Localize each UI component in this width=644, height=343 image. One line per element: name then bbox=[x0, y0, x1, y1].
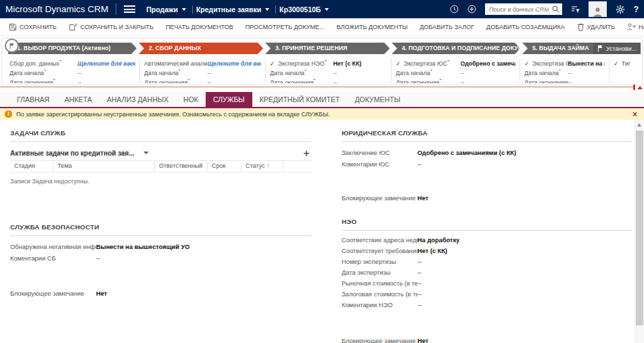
field-value[interactable]: Нет bbox=[417, 338, 428, 343]
save-and-close-button[interactable]: СОХРАНИТЬ И ЗАКРЫТЬ bbox=[63, 18, 160, 36]
add-task-button[interactable]: + bbox=[303, 147, 311, 159]
view-documents-button[interactable]: ПРОСМОТРЕТЬ ДОКУМЕ... bbox=[239, 18, 331, 36]
advanced-find-icon[interactable] bbox=[571, 5, 580, 14]
field-value[interactable]: -- bbox=[96, 255, 100, 262]
help-button[interactable]: ? bbox=[634, 5, 639, 14]
breadcrumb-record[interactable]: Кр3000510Б bbox=[279, 5, 321, 14]
security-section-title: СЛУЖБА БЕЗОПАСНОСТИ bbox=[10, 223, 311, 236]
field-value[interactable]: -- bbox=[417, 161, 421, 168]
stage-fields-col-1: Сбор доп. данных*Щелкните для вводаДата … bbox=[8, 58, 139, 83]
search-icon[interactable] bbox=[552, 5, 559, 13]
field-value[interactable]: -- bbox=[417, 258, 421, 265]
breadcrumb-area[interactable]: Продажи bbox=[146, 5, 178, 14]
field-value[interactable]: -- bbox=[417, 269, 421, 276]
stage-field-label: Дата окончания* bbox=[144, 79, 207, 83]
user-avatar[interactable] bbox=[589, 1, 607, 17]
field-value[interactable]: -- bbox=[417, 302, 421, 308]
stage-field-row: Дата окончания*-- bbox=[524, 78, 605, 83]
grid-column-1[interactable]: Стадия bbox=[10, 161, 53, 172]
field-value[interactable]: -- bbox=[417, 291, 421, 298]
stage-field-value[interactable]: -- bbox=[333, 79, 387, 83]
stage-field-label: Дата окончания* bbox=[396, 79, 461, 83]
stage-field-row: ✓ Тип кредитной заявки* bbox=[614, 59, 642, 68]
stage-field-value[interactable]: -- bbox=[333, 70, 387, 76]
stage-field-value[interactable]: -- bbox=[461, 70, 515, 76]
person-icon bbox=[592, 6, 603, 17]
tab-services[interactable]: СЛУЖБЫ bbox=[206, 92, 252, 107]
tab-questionnaire[interactable]: АНКЕТА bbox=[57, 92, 99, 107]
stage-field-value[interactable]: -- bbox=[77, 70, 135, 76]
notification-close-icon[interactable]: × bbox=[632, 110, 639, 118]
stage-field-value[interactable]: -- bbox=[568, 79, 605, 83]
command-bar: СОХРАНИТЬСОХРАНИТЬ И ЗАКРЫТЬПЕЧАТЬ ДОКУМ… bbox=[0, 18, 644, 37]
stage-field-value[interactable]: Щелкните для ввода bbox=[207, 60, 261, 67]
settings-gear-icon[interactable] bbox=[616, 5, 625, 14]
scrollbar-thumb[interactable] bbox=[636, 131, 643, 325]
grid-column-4[interactable]: Срок bbox=[208, 161, 242, 172]
grid-column-3[interactable]: Ответственный bbox=[155, 161, 208, 172]
tab-documents[interactable]: ДОКУМЕНТЫ bbox=[347, 92, 407, 107]
stage-field-value[interactable]: -- bbox=[207, 70, 261, 76]
required-asterisk: * bbox=[447, 60, 449, 64]
stage-field-value[interactable]: -- bbox=[568, 70, 605, 76]
add-coborrower-button[interactable]: ДОБАВИТЬ СОЗАЕМЩИКА bbox=[480, 18, 571, 36]
attach-documents-button[interactable]: ВЛОЖИТЬ ДОКУМЕНТЫ bbox=[331, 18, 414, 36]
tasks-view-selector[interactable]: Активные задачи по кредитной зая... bbox=[10, 150, 135, 157]
chevron-down-icon[interactable] bbox=[265, 8, 269, 11]
tasks-grid-header: СтадияТемаОтветственныйСрокСтатус ↑ bbox=[10, 160, 311, 173]
required-asterisk: * bbox=[179, 70, 181, 74]
stage-field-value[interactable]: Нет (с КК) bbox=[333, 60, 387, 67]
print-documents-button[interactable]: ПЕЧАТЬ ДОКУМЕНТОВ bbox=[160, 18, 239, 36]
process-stage-4[interactable]: 4. ПОДГОТОВКА И ПОДПИСАНИЕ ДОКУМЕНТОВ bbox=[392, 43, 520, 54]
process-collapse-icon[interactable] bbox=[637, 86, 643, 89]
field-value[interactable]: Вынести на вышестоящий УО bbox=[96, 244, 189, 250]
grid-column-5[interactable]: Статус ↑ bbox=[242, 161, 283, 172]
field-label: Соответствует требованиям залогов bbox=[342, 248, 417, 254]
field-label: Коментарии НЭО bbox=[342, 302, 417, 308]
stage-field-label: ✓ Экспертиза ЮС* bbox=[396, 60, 461, 67]
chevron-down-icon[interactable] bbox=[182, 8, 186, 11]
stage-field-value[interactable]: -- bbox=[77, 79, 135, 83]
breadcrumb-entity[interactable]: Кредитные заявки bbox=[196, 5, 261, 14]
field-value[interactable]: -- bbox=[417, 280, 421, 287]
stage-field-value[interactable]: Вынести на вышестоящий УО bbox=[568, 60, 605, 67]
scroll-up-icon[interactable] bbox=[637, 123, 641, 127]
add-collateral-button[interactable]: ДОБАВИТЬ ЗАЛОГ bbox=[414, 18, 481, 36]
process-stage-2[interactable]: 2. СБОР ДАННЫХ bbox=[139, 43, 263, 54]
stage-field-value[interactable]: Одобрено с замечаниями (с КК) bbox=[461, 60, 515, 67]
tab-credit-committee[interactable]: КРЕДИТНЫЙ КОМИТЕТ bbox=[252, 92, 348, 107]
assign-button[interactable]: НАЗНАЧИТЬ bbox=[621, 18, 644, 36]
stage-field-value[interactable]: Щелкните для ввода bbox=[77, 60, 135, 67]
set-stage-button[interactable]: Установи... bbox=[593, 43, 641, 54]
recent-items-icon[interactable] bbox=[450, 5, 459, 14]
checkmark-icon: ✓ bbox=[270, 60, 277, 67]
field-label: Заключение ЮС bbox=[342, 150, 417, 156]
field-value[interactable]: Нет bbox=[417, 195, 428, 202]
tab-main[interactable]: ГЛАВНАЯ bbox=[9, 92, 57, 107]
chevron-down-icon[interactable] bbox=[325, 8, 329, 11]
stage-field-value[interactable]: -- bbox=[461, 79, 515, 83]
tab-data-analysis[interactable]: АНАЛИЗ ДАННЫХ bbox=[99, 92, 176, 107]
stage-field-value[interactable]: -- bbox=[207, 79, 261, 83]
required-asterisk: * bbox=[559, 70, 561, 74]
process-stage-1[interactable]: 1. ВЫБОР ПРОДУКТА (Активно) bbox=[8, 43, 137, 54]
hamburger-menu-icon[interactable] bbox=[124, 5, 135, 13]
chevron-down-icon[interactable] bbox=[143, 152, 149, 154]
field-value[interactable]: На доработку bbox=[417, 237, 459, 244]
vertical-scrollbar[interactable] bbox=[635, 120, 644, 343]
stage-field-label: ✓ Экспертиза НЭО* bbox=[270, 60, 333, 67]
field-value[interactable]: Нет bbox=[96, 290, 107, 297]
command-label: УДАЛИТЬ bbox=[587, 24, 615, 30]
divider bbox=[192, 5, 193, 14]
field-value[interactable]: Нет (с КК) bbox=[417, 248, 447, 254]
save-button[interactable]: СОХРАНИТЬ bbox=[3, 18, 63, 36]
process-stage-3[interactable]: 3. ПРИНЯТИЕ РЕШЕНИЯ bbox=[265, 43, 390, 54]
tab-nok[interactable]: НОК bbox=[176, 92, 206, 107]
grid-column-2[interactable]: Тема bbox=[53, 161, 155, 172]
left-column: ЗАДАЧИ СЛУЖБ Активные задачи по кредитно… bbox=[10, 120, 311, 299]
legal-section-title: ЮРИДИЧЕСКАЯ СЛУЖБА bbox=[342, 129, 632, 142]
search-input[interactable] bbox=[488, 5, 550, 14]
quick-create-icon[interactable] bbox=[467, 5, 476, 14]
field-value[interactable]: Одобрено с замечаниями (с КК) bbox=[417, 150, 516, 156]
delete-button[interactable]: УДАЛИТЬ bbox=[571, 18, 621, 36]
